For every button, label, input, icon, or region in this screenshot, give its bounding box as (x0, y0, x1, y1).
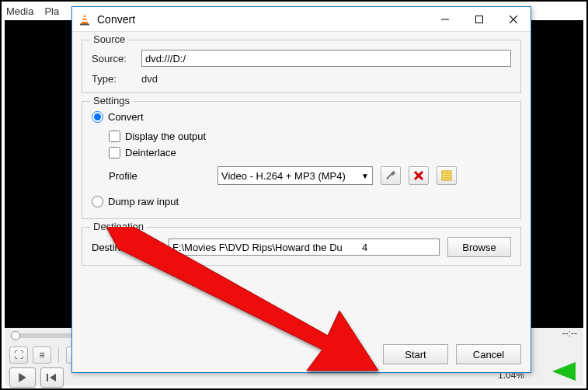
previous-button[interactable] (40, 367, 64, 388)
delete-profile-button[interactable] (409, 166, 429, 185)
svg-marker-2 (50, 374, 56, 381)
display-output-checkbox[interactable] (109, 131, 120, 142)
play-button[interactable] (9, 367, 36, 388)
dump-raw-radio[interactable] (92, 196, 103, 207)
chevron-down-icon: ▼ (361, 172, 369, 180)
source-legend: Source (90, 33, 128, 45)
destination-file-label: Destination file: (92, 242, 161, 253)
new-profile-button[interactable] (437, 166, 457, 185)
menu-media[interactable]: Media (6, 5, 33, 17)
type-value: dvd (141, 73, 158, 85)
dialog-titlebar: Convert (72, 7, 531, 32)
svg-rect-8 (476, 16, 483, 23)
browse-button[interactable]: Browse (447, 237, 511, 257)
source-input[interactable] (141, 50, 511, 67)
wrench-icon (384, 169, 397, 182)
vlc-cone-icon (78, 13, 91, 26)
separator (58, 347, 59, 363)
settings-group: Settings Convert Display the output Dein… (82, 101, 521, 219)
svg-rect-6 (80, 23, 89, 25)
profile-value: Video - H.264 + MP3 (MP4) (221, 170, 346, 182)
menu-playback[interactable]: Pla (44, 5, 59, 17)
delete-x-icon (413, 170, 424, 181)
cancel-button[interactable]: Cancel (456, 344, 521, 364)
destination-legend: Destination (90, 221, 147, 232)
type-label: Type: (92, 73, 135, 85)
deinterlace-checkbox[interactable] (109, 147, 120, 158)
settings-legend: Settings (90, 95, 133, 106)
svg-rect-5 (82, 20, 87, 22)
source-group: Source Source: Type: dvd (82, 40, 521, 93)
close-button[interactable] (496, 7, 531, 32)
convert-dialog: Convert Source Source: Type: dvd Setting… (71, 6, 531, 373)
new-profile-icon (441, 170, 452, 181)
dump-raw-label: Dump raw input (108, 196, 179, 207)
maximize-button[interactable] (462, 7, 496, 32)
svg-marker-0 (19, 373, 26, 382)
dialog-title: Convert (97, 13, 428, 26)
deinterlace-label: Deinterlace (125, 147, 176, 158)
source-label: Source: (92, 53, 135, 64)
svg-rect-4 (82, 17, 86, 19)
time-remaining: --:-- (562, 328, 577, 339)
extended-settings-button[interactable]: ≡ (33, 346, 51, 364)
destination-file-input[interactable] (169, 239, 440, 256)
minimize-button[interactable] (428, 7, 462, 32)
convert-radio[interactable] (92, 111, 103, 123)
svg-rect-1 (47, 374, 48, 381)
profile-select[interactable]: Video - H.264 + MP3 (MP4) ▼ (217, 166, 373, 185)
display-output-label: Display the output (125, 131, 206, 142)
seek-thumb[interactable] (11, 331, 20, 340)
edit-profile-button[interactable] (381, 166, 401, 185)
fullscreen-button[interactable]: ⛶ (9, 346, 28, 364)
profile-label: Profile (109, 170, 210, 182)
start-button[interactable]: Start (383, 344, 448, 364)
destination-group: Destination Destination file: Browse (82, 227, 521, 266)
convert-radio-label: Convert (108, 111, 144, 123)
svg-marker-3 (82, 14, 89, 24)
